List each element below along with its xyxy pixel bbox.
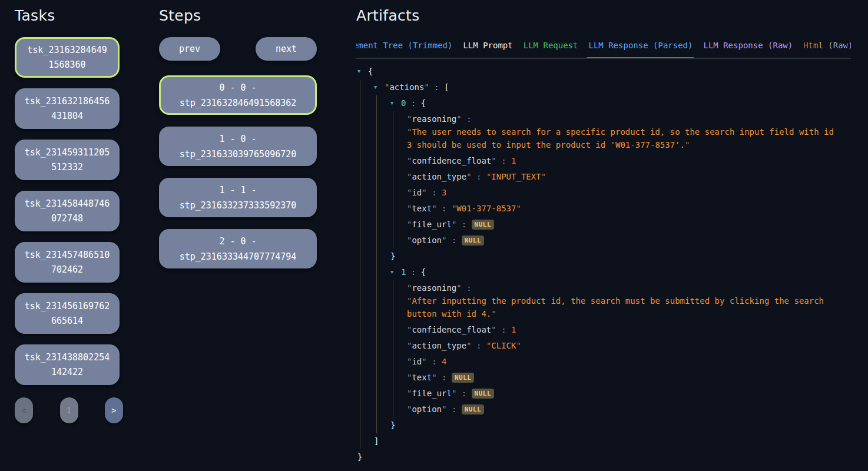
json-key: reasoning (407, 114, 462, 124)
json-bracket: } (390, 251, 395, 261)
json-row: confidence_float : 1 (407, 153, 851, 169)
tasks-pagination: <1> (15, 397, 123, 423)
collapse-arrow-icon[interactable]: ▼ (390, 264, 401, 280)
prev-button[interactable]: prev (159, 37, 220, 61)
tab-element-tree-trimmed[interactable]: Element Tree (Trimmed) (356, 39, 452, 51)
steps-title: Steps (159, 7, 317, 24)
next-button[interactable]: next (256, 37, 317, 61)
json-row: reasoning : After inputting the product … (407, 280, 851, 320)
json-string-value: After inputting the product id, the sear… (407, 296, 824, 319)
json-row: option : NULL (407, 402, 851, 417)
json-string-block: The user needs to search for a specific … (407, 125, 839, 151)
steps-panel: Steps prev next 0 - 0 - stp_231632846491… (159, 7, 317, 280)
json-row: option : NULL (407, 233, 851, 248)
task-button[interactable]: tsk_231438802254142422 (15, 344, 120, 385)
json-null-badge: NULL (462, 236, 485, 246)
json-string-value: W01-377-8537 (452, 204, 521, 213)
json-bracket: } (357, 452, 362, 462)
json-key: text (407, 373, 437, 382)
json-key: file_url (407, 220, 456, 229)
json-key-line: reasoning : (407, 111, 851, 127)
json-colon: : (472, 172, 486, 181)
tab-llm-prompt[interactable]: LLM Prompt (463, 39, 512, 51)
task-button[interactable]: tsk_231456169762665614 (15, 293, 120, 334)
json-row: id : 3 (407, 185, 851, 201)
json-row: action_type : INPUT_TEXT (407, 169, 851, 185)
json-number-value: 1 (511, 325, 516, 334)
tab-llm-response-parsed[interactable]: LLM Response (Parsed) (588, 39, 693, 51)
json-row: confidence_float : 1 (407, 322, 851, 338)
json-bracket: } (390, 420, 395, 430)
collapse-arrow-icon[interactable]: ▼ (374, 79, 385, 95)
pagination-page-button[interactable]: 1 (60, 397, 78, 423)
json-node: ▼0 : {reasoning : The user needs to sear… (390, 95, 851, 264)
step-button-label: 1 - 1 - stp_231633237333592370 (171, 183, 305, 213)
json-key: confidence_float (407, 325, 496, 334)
json-tree-viewer: ▼{▼actions : [▼0 : {reasoning : The user… (356, 64, 851, 465)
json-colon: : (462, 283, 476, 293)
json-number-value: 1 (511, 156, 516, 165)
json-string-value: INPUT_TEXT (486, 172, 546, 181)
step-button-label: 2 - 0 - stp_231633344707774794 (171, 234, 305, 264)
json-string-block: After inputting the product id, the sear… (407, 294, 839, 320)
json-colon: : (496, 325, 511, 334)
step-button-label: 1 - 0 - stp_231633039765096720 (171, 131, 305, 162)
json-colon: : (446, 404, 461, 414)
task-button[interactable]: tsk_231457486510702462 (15, 242, 120, 283)
json-colon: : (406, 267, 420, 277)
tasks-panel: Tasks tsk_231632846491568360tsk_23163218… (15, 7, 124, 423)
json-colon: : (456, 220, 471, 229)
task-button-label: tsk_231456169762665614 (24, 299, 110, 329)
json-colon: : (406, 98, 420, 108)
json-row: file_url : NULL (407, 386, 851, 402)
json-null-badge: NULL (452, 373, 475, 383)
tab-html-raw[interactable]: Html (Raw) (803, 39, 851, 51)
step-button[interactable]: 0 - 0 - stp_231632846491568362 (159, 75, 317, 115)
pagination-next-button[interactable]: > (105, 397, 123, 423)
json-key: text (407, 204, 437, 213)
json-node: ▼1 : {reasoning : After inputting the pr… (390, 264, 851, 433)
json-bracket: ] (374, 436, 379, 446)
step-button[interactable]: 2 - 0 - stp_231633344707774794 (159, 229, 317, 268)
json-key: id (407, 357, 427, 366)
json-row: text : W01-377-8537 (407, 201, 851, 217)
json-key: actions (385, 82, 429, 92)
collapse-arrow-icon[interactable]: ▼ (357, 64, 368, 79)
json-row: ] (374, 433, 851, 449)
tab-llm-request[interactable]: LLM Request (524, 39, 578, 51)
json-colon: : (427, 188, 442, 197)
task-button-label: tsk_231632186456431804 (24, 94, 110, 124)
tab-llm-response-raw[interactable]: LLM Response (Raw) (703, 39, 793, 51)
json-row: ▼0 : { (390, 95, 851, 111)
json-row: reasoning : The user needs to search for… (407, 111, 851, 151)
json-row: ▼1 : { (390, 264, 851, 280)
json-row: text : NULL (407, 370, 851, 386)
task-button-label: tsk_231459311205512332 (24, 145, 110, 175)
json-colon: : (437, 373, 452, 382)
json-children: reasoning : After inputting the product … (393, 280, 851, 417)
task-button[interactable]: tsk_231459311205512332 (15, 140, 120, 180)
json-colon: : (427, 357, 442, 366)
json-children: reasoning : The user needs to search for… (393, 111, 851, 248)
json-colon: : (446, 236, 461, 245)
step-button[interactable]: 1 - 1 - stp_231633237333592370 (159, 178, 317, 217)
json-row: } (390, 248, 851, 264)
step-button[interactable]: 1 - 0 - stp_231633039765096720 (159, 127, 317, 166)
json-bracket: { (421, 98, 426, 108)
json-row: file_url : NULL (407, 217, 851, 233)
tasks-title: Tasks (15, 7, 124, 24)
json-row: ▼actions : [ (374, 79, 851, 95)
task-button[interactable]: tsk_231632846491568360 (15, 37, 120, 78)
json-key: confidence_float (407, 156, 496, 165)
json-null-badge: NULL (462, 404, 485, 414)
task-button[interactable]: tsk_231632186456431804 (15, 88, 120, 129)
artifacts-panel: Artifacts Element Tree (Trimmed)LLM Prom… (356, 7, 851, 465)
json-row: } (390, 417, 851, 433)
json-bracket: { (368, 67, 373, 76)
pagination-prev-button[interactable]: < (15, 397, 33, 423)
json-number-value: 3 (442, 188, 446, 197)
step-nav: prev next (159, 37, 317, 61)
collapse-arrow-icon[interactable]: ▼ (390, 95, 401, 111)
task-button[interactable]: tsk_231458448746072748 (15, 191, 120, 231)
json-colon: : (462, 114, 476, 124)
